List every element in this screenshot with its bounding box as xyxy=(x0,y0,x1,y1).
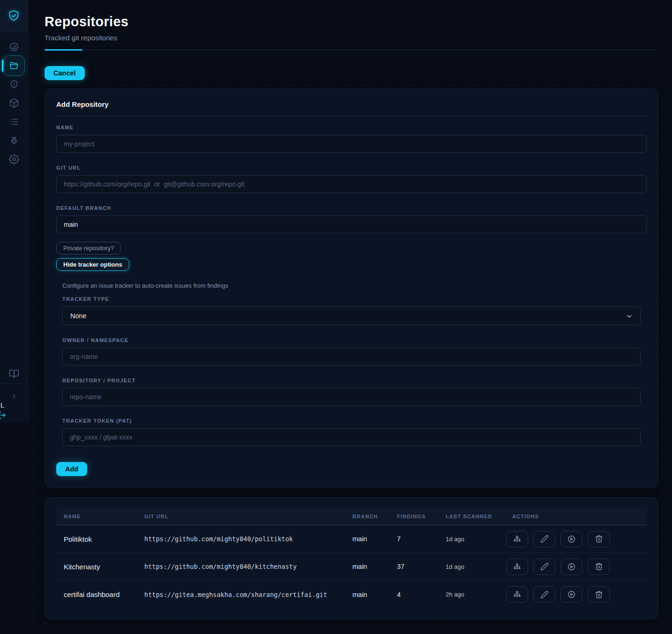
pencil-icon xyxy=(540,590,549,599)
sidebar-item-findings[interactable] xyxy=(0,75,28,94)
column-header-findings: FINDINGS xyxy=(389,514,438,519)
gear-icon xyxy=(9,154,19,164)
gauge-icon xyxy=(9,42,19,52)
pencil-icon xyxy=(540,562,549,571)
repo-branch: main xyxy=(345,535,389,543)
sidebar-item-dependencies[interactable] xyxy=(0,94,28,112)
shield-check-icon xyxy=(7,9,20,22)
repo-name: certifai dashboard xyxy=(56,590,137,598)
sidebar-item-repositories[interactable] xyxy=(3,55,25,76)
repo-name: Kitchenasty xyxy=(56,563,137,571)
sidebar-item-docs[interactable] xyxy=(0,365,28,383)
repo-git-url: https://github.com/mighty840/kitchenasty xyxy=(137,563,345,570)
repo-last-scanned: 2h ago xyxy=(438,591,505,598)
git-url-input[interactable] xyxy=(56,175,647,193)
view-tree-button[interactable] xyxy=(506,531,528,547)
page-title: Repositories xyxy=(45,14,658,30)
header-divider xyxy=(45,49,658,51)
repo-git-url: https://github.com/mighty840/politiktok xyxy=(137,535,345,543)
repo-last-scanned: 1d ago xyxy=(438,563,505,570)
repository-project-input[interactable] xyxy=(62,388,641,406)
sidebar-item-issues[interactable] xyxy=(0,112,28,131)
delete-button[interactable] xyxy=(588,559,610,575)
sitemap-icon xyxy=(513,590,522,599)
edit-button[interactable] xyxy=(533,586,555,603)
user-label: L xyxy=(0,401,4,409)
logout-icon xyxy=(0,410,7,420)
card-divider xyxy=(56,116,647,116)
run-scan-button[interactable] xyxy=(560,559,582,575)
name-label: NAME xyxy=(56,125,647,130)
list-icon xyxy=(9,117,19,127)
sidebar-item-bugs[interactable] xyxy=(0,131,28,150)
repo-name: Politiktok xyxy=(56,535,137,543)
table-row: Kitchenasty https://github.com/mighty840… xyxy=(56,553,647,581)
repository-project-label: REPOSITORY / PROJECT xyxy=(62,378,641,383)
table-row: certifai dashboard https://gitea.meghsak… xyxy=(56,581,647,608)
repo-git-url: https://gitea.meghsakha.com/sharang/cert… xyxy=(137,591,345,598)
chevron-right-icon xyxy=(10,393,18,400)
logout-button[interactable] xyxy=(0,410,7,422)
sidebar-item-settings[interactable] xyxy=(0,150,28,169)
delete-button[interactable] xyxy=(588,531,610,547)
column-header-name: NAME xyxy=(56,514,137,519)
private-repository-toggle[interactable]: Private repository? xyxy=(56,242,121,254)
repo-findings-count: 37 xyxy=(389,563,438,570)
play-circle-icon xyxy=(567,590,576,599)
row-actions xyxy=(505,531,647,547)
name-input[interactable] xyxy=(56,135,647,153)
shield-alert-icon xyxy=(9,79,19,90)
table-row: Politiktok https://github.com/mighty840/… xyxy=(56,525,647,553)
view-tree-button[interactable] xyxy=(506,586,528,603)
play-circle-icon xyxy=(567,562,576,571)
sidebar: L xyxy=(0,0,28,423)
column-header-git-url: GIT URL xyxy=(137,514,345,519)
active-indicator xyxy=(2,60,3,72)
card-title: Add Repository xyxy=(56,100,647,108)
repo-findings-count: 7 xyxy=(389,535,438,543)
row-actions xyxy=(505,559,647,575)
book-icon xyxy=(9,369,19,379)
pencil-icon xyxy=(540,535,549,543)
tracker-token-label: TRACKER TOKEN (PAT) xyxy=(62,418,641,424)
column-header-last-scanned: LAST SCANNED xyxy=(438,514,505,519)
repo-branch: main xyxy=(345,563,389,570)
column-header-actions: ACTIONS xyxy=(505,514,647,519)
play-circle-icon xyxy=(567,535,576,544)
delete-button[interactable] xyxy=(588,586,610,603)
owner-namespace-input[interactable] xyxy=(62,348,641,365)
tracker-token-input[interactable] xyxy=(62,428,641,446)
tracker-type-value: None xyxy=(70,312,87,320)
edit-button[interactable] xyxy=(533,531,555,547)
default-branch-label: DEFAULT BRANCH xyxy=(56,205,647,211)
tracker-type-select[interactable]: None xyxy=(62,306,641,325)
default-branch-input[interactable] xyxy=(56,216,647,233)
trash-icon xyxy=(595,562,603,571)
add-button[interactable]: Add xyxy=(56,462,87,476)
chevron-down-icon xyxy=(626,313,633,320)
table-body: Politiktok https://github.com/mighty840/… xyxy=(56,525,647,608)
repositories-table-card: NAME GIT URL BRANCH FINDINGS LAST SCANNE… xyxy=(45,497,658,619)
git-url-label: GIT URL xyxy=(56,165,647,171)
bug-icon xyxy=(9,135,19,146)
sitemap-icon xyxy=(513,535,522,544)
column-header-branch: BRANCH xyxy=(345,514,389,519)
sitemap-icon xyxy=(513,562,522,571)
sidebar-divider xyxy=(0,383,28,384)
tracker-description: Configure an issue tracker to auto-creat… xyxy=(62,282,641,289)
cancel-button[interactable]: Cancel xyxy=(45,66,85,80)
tracker-type-label: TRACKER TYPE xyxy=(62,296,641,302)
view-tree-button[interactable] xyxy=(506,559,528,575)
sidebar-item-dashboard[interactable] xyxy=(0,37,28,56)
page-subtitle: Tracked git repositories xyxy=(45,34,658,42)
trash-icon xyxy=(595,590,603,599)
table-header-row: NAME GIT URL BRANCH FINDINGS LAST SCANNE… xyxy=(56,508,647,525)
edit-button[interactable] xyxy=(533,559,555,575)
tracker-options-section: Configure an issue tracker to auto-creat… xyxy=(62,282,641,446)
trash-icon xyxy=(595,535,603,543)
run-scan-button[interactable] xyxy=(560,586,582,603)
app-logo[interactable] xyxy=(0,0,28,32)
repo-findings-count: 4 xyxy=(389,591,438,598)
hide-tracker-options-button[interactable]: Hide tracker options xyxy=(56,258,129,271)
run-scan-button[interactable] xyxy=(560,531,582,547)
